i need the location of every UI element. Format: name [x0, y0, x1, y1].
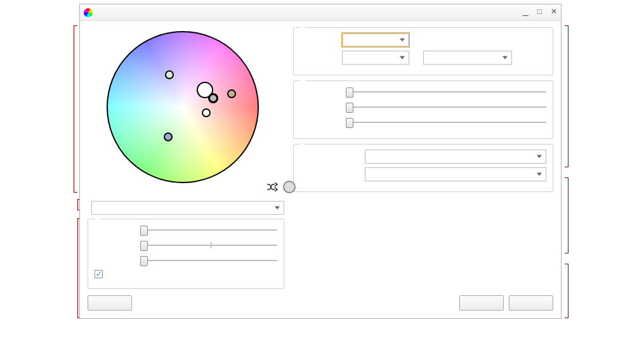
sc-saturation-slider[interactable]: [144, 240, 277, 251]
bracket-harm: [565, 264, 568, 318]
ok-button[interactable]: [459, 295, 504, 311]
contrast-slider[interactable]: [350, 101, 546, 113]
colors-group: [293, 27, 553, 75]
selected-color-group: [88, 219, 284, 289]
hue-slider[interactable]: [144, 255, 277, 266]
bracket-wheel: [74, 25, 77, 193]
titlebar[interactable]: _ □ ✕: [80, 4, 561, 21]
wheel-handle-active[interactable]: [208, 93, 218, 103]
maximize-button[interactable]: □: [537, 8, 542, 18]
close-button[interactable]: ✕: [551, 8, 557, 18]
shuffle-icon[interactable]: [266, 183, 278, 191]
cc-saturation-slider[interactable]: [350, 117, 546, 128]
criterion-select[interactable]: [342, 51, 409, 65]
harmonic-select[interactable]: [365, 150, 546, 164]
wheel-handle[interactable]: [227, 89, 236, 98]
reset-button[interactable]: [88, 295, 132, 311]
colorize-method-select[interactable]: [423, 51, 512, 65]
color-wheel-area: [107, 31, 259, 196]
color-wheel[interactable]: [107, 31, 259, 183]
common-characteristics-group: [293, 80, 553, 139]
brightness-slider[interactable]: [350, 86, 546, 98]
replace-option-select[interactable]: [365, 167, 546, 181]
base-color-indicator[interactable]: [283, 181, 296, 193]
preserve-white-checkbox[interactable]: [95, 270, 103, 278]
minimize-button[interactable]: _: [523, 6, 529, 16]
harmonics-group: [293, 144, 553, 192]
app-icon: [84, 8, 93, 17]
bracket-grouping: [565, 25, 568, 167]
dialog-window: _ □ ✕: [79, 4, 562, 319]
wheel-handle[interactable]: [202, 108, 211, 117]
wheel-handle[interactable]: [165, 70, 174, 79]
wheel-handle[interactable]: [164, 132, 173, 141]
cancel-button[interactable]: [509, 295, 553, 311]
lightness-slider[interactable]: [144, 224, 277, 236]
count-select[interactable]: [342, 33, 409, 47]
rule-select[interactable]: [91, 201, 284, 215]
bracket-selgroup: [565, 177, 568, 254]
